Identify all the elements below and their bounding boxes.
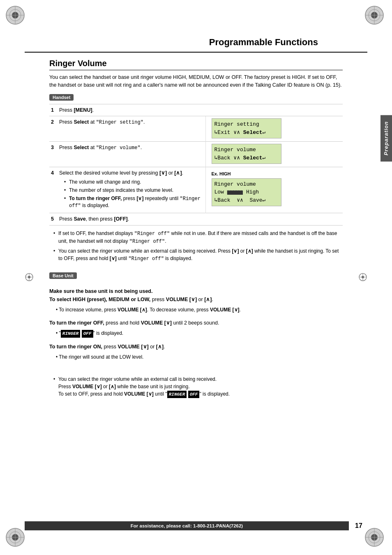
lcd-ringer-setting: Ringer setting ↳Exit ∨∧ Select↵ — [212, 118, 281, 138]
page-number: 17 — [355, 522, 367, 530]
table-row: 2 Press Select at "Ringer setting". Ring… — [49, 116, 343, 142]
step-2-content: Press Select at "Ringer setting". — [58, 116, 205, 142]
off-badge: OFF — [82, 330, 93, 338]
section-title: Ringer Volume — [49, 59, 343, 70]
step-1-content: Press [MENU]. — [58, 104, 343, 116]
step-4-content: Select the desired volume level by press… — [58, 167, 205, 213]
page-title: Programmable Functions — [74, 37, 318, 48]
base-note-1: To increase volume, press VOLUME [∧]. To… — [49, 306, 343, 314]
base-last-note — [49, 365, 343, 373]
ringer-off-display-note: "RINGER OFF" is displayed. — [49, 329, 343, 338]
step-2-num: 2 — [49, 116, 58, 142]
base-note-item: You can select the ringer volume while a… — [53, 375, 343, 398]
corner-tr — [363, 4, 388, 29]
step-3-num: 3 — [49, 142, 58, 167]
step-5-num: 5 — [49, 213, 58, 226]
step-4-display: Ex. HIGH Ringer volume Low ██████ High ↳… — [205, 167, 343, 213]
ringer-on-note: The ringer will sound at the LOW level. — [49, 353, 343, 361]
ringer-badge-2: RINGER — [167, 391, 187, 398]
side-tab-preparation: Preparation — [380, 115, 392, 161]
table-row: 1 Press [MENU]. — [49, 104, 343, 116]
off-badge-2: OFF — [188, 391, 200, 398]
step-2-display: Ringer setting ↳Exit ∨∧ Select↵ — [205, 116, 343, 142]
reg-mark-left — [25, 272, 34, 283]
page-header: Programmable Functions — [25, 0, 367, 53]
lcd-volume-level: Ringer volume Low ██████ High ↳Back ∨∧ S… — [212, 178, 281, 207]
main-content: Ringer Volume You can select the handset… — [25, 53, 367, 408]
ringer-on-para: To turn the ringer ON, press VOLUME [∨] … — [49, 343, 343, 351]
step-4-num: 4 — [49, 167, 58, 213]
reg-mark-right — [358, 272, 367, 283]
step-3-content: Press Select at "Ringer volume". — [58, 142, 205, 167]
table-row: 4 Select the desired volume level by pre… — [49, 167, 343, 213]
base-unit-section: Make sure the base unit is not being use… — [49, 287, 343, 398]
base-notes: You can select the ringer volume while a… — [49, 375, 343, 398]
ex-label: Ex. HIGH — [212, 170, 341, 177]
steps-table: 1 Press [MENU]. 2 Press Select at "Ringe… — [49, 104, 343, 226]
ringer-badge: RINGER — [61, 330, 81, 338]
base-intro: Make sure the base unit is not being use… — [49, 287, 343, 304]
handset-notes: If set to OFF, the handset displays "Rin… — [49, 230, 343, 263]
handset-badge: Handset — [49, 94, 74, 101]
step-3-display: Ringer volume ↳Back ∨∧ Select↵ — [205, 142, 343, 167]
table-row: 5 Press Save, then press [OFF]. — [49, 213, 343, 226]
step-1-num: 1 — [49, 104, 58, 116]
ringer-off-para: To turn the ringer OFF, press and hold V… — [49, 319, 343, 327]
footer-bar: For assistance, please call: 1-800-211-P… — [25, 521, 349, 530]
intro-text: You can select the handset or base unit … — [49, 74, 343, 89]
page-footer: For assistance, please call: 1-800-211-P… — [25, 521, 367, 530]
note-item: If set to OFF, the handset displays "Rin… — [53, 230, 343, 245]
table-row: 3 Press Select at "Ringer volume". Ringe… — [49, 142, 343, 167]
lcd-ringer-volume: Ringer volume ↳Back ∨∧ Select↵ — [212, 144, 281, 164]
step-5-content: Press Save, then press [OFF]. — [58, 213, 343, 226]
base-unit-badge: Base Unit — [49, 272, 77, 279]
corner-tl — [4, 4, 29, 29]
footer-text: For assistance, please call: 1-800-211-P… — [131, 523, 243, 528]
note-item: You can select the ringer volume while a… — [53, 247, 343, 263]
